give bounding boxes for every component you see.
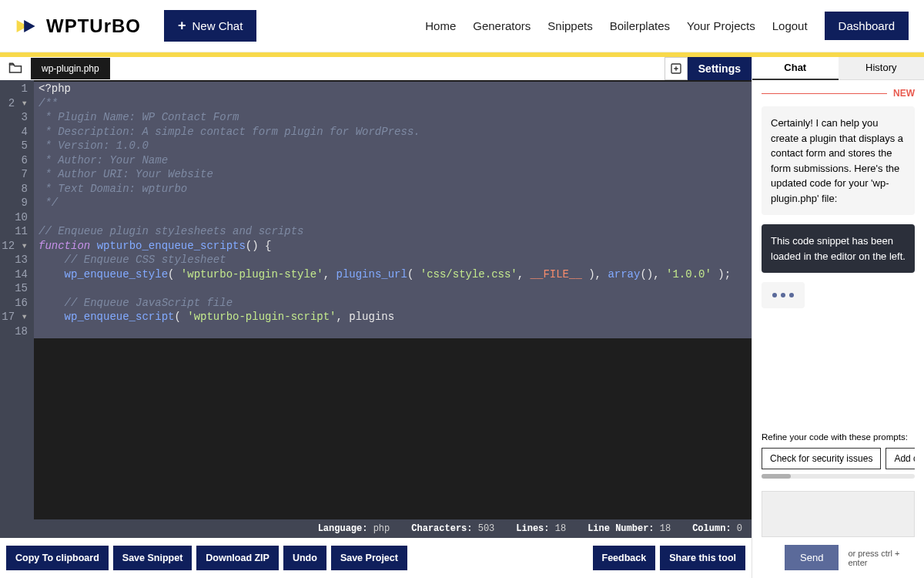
chat-message-notice: This code snippet has been loaded in the… (762, 224, 915, 273)
tab-chat[interactable]: Chat (752, 57, 839, 80)
new-chat-label: New Chat (192, 19, 243, 32)
copy-clipboard-button[interactable]: Copy To clipboard (6, 546, 109, 570)
save-project-button[interactable]: Save Project (331, 546, 407, 570)
loading-indicator (762, 282, 805, 308)
send-button[interactable]: Send (785, 545, 839, 570)
new-chat-button[interactable]: + New Chat (164, 10, 256, 42)
editor-status-bar: Language: php Characters: 503 Lines: 18 … (0, 519, 752, 538)
chat-input[interactable] (762, 491, 915, 537)
undo-button[interactable]: Undo (283, 546, 326, 570)
chat-message: Certainly! I can help you create a plugi… (762, 106, 915, 215)
logo-icon (15, 14, 40, 39)
download-zip-button[interactable]: Download ZIP (196, 546, 279, 570)
line-gutter: 12 ▾3456789101112 ▾1314151617 ▾18 (0, 80, 34, 519)
share-tool-button[interactable]: Share this tool (660, 546, 745, 570)
code-editor[interactable]: 12 ▾3456789101112 ▾1314151617 ▾18 <?php/… (0, 80, 752, 519)
brand-logo[interactable]: WPTUrBO (15, 14, 141, 39)
action-bar: Copy To clipboard Save Snippet Download … (0, 538, 752, 578)
new-divider: NEW (752, 80, 924, 106)
nav-projects[interactable]: Your Projects (687, 19, 755, 32)
save-snippet-button[interactable]: Save Snippet (113, 546, 192, 570)
dashboard-button[interactable]: Dashboard (825, 12, 909, 40)
refine-label: Refine your code with these prompts: (762, 432, 915, 442)
refine-scrollbar[interactable] (762, 474, 915, 479)
settings-button[interactable]: Settings (688, 57, 752, 80)
refine-section: Refine your code with these prompts: Che… (752, 425, 924, 483)
file-tree-icon[interactable] (0, 61, 31, 76)
brand-text: WPTUrBO (46, 15, 141, 37)
refine-chip-security[interactable]: Check for security issues (762, 448, 881, 469)
editor-tab-bar: wp-plugin.php Settings (0, 57, 752, 80)
code-content[interactable]: <?php/** * Plugin Name: WP Contact Form … (38, 82, 752, 338)
nav-snippets[interactable]: Snippets (547, 19, 592, 32)
nav-home[interactable]: Home (425, 19, 456, 32)
refine-chip-comments[interactable]: Add comme (886, 448, 915, 469)
file-tab[interactable]: wp-plugin.php (31, 58, 110, 79)
tab-history[interactable]: History (839, 57, 925, 80)
chat-body: Certainly! I can help you create a plugi… (752, 106, 924, 425)
nav-logout[interactable]: Logout (772, 19, 808, 32)
plus-icon: + (178, 18, 186, 34)
add-file-button[interactable] (665, 57, 688, 80)
send-hint: or press ctrl + enter (848, 549, 915, 567)
top-nav: Home Generators Snippets Boilerplates Yo… (425, 12, 909, 40)
nav-generators[interactable]: Generators (473, 19, 531, 32)
nav-boilerplates[interactable]: Boilerplates (610, 19, 670, 32)
feedback-button[interactable]: Feedback (593, 546, 656, 570)
